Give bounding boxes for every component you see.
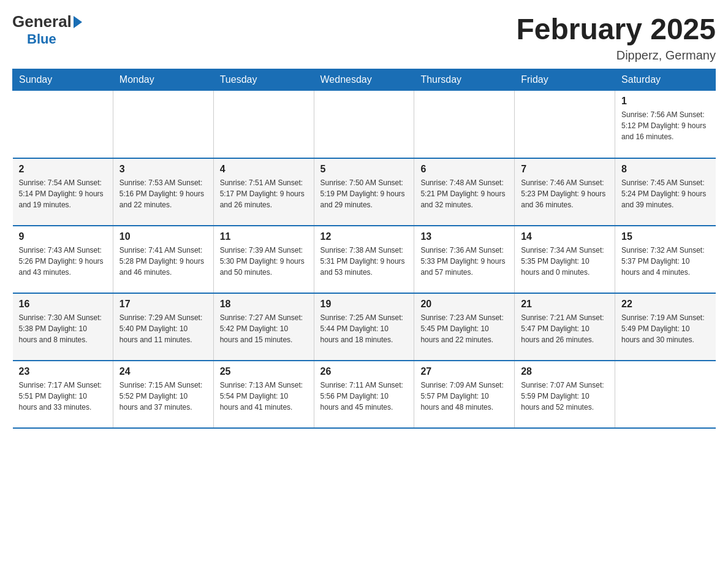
day-number: 6 (420, 164, 508, 175)
calendar-day-cell: 12Sunrise: 7:38 AM Sunset: 5:31 PM Dayli… (314, 226, 414, 293)
weekday-header-saturday: Saturday (615, 69, 716, 91)
logo: General Blue (12, 12, 82, 47)
day-number: 13 (420, 231, 508, 242)
calendar-day-cell: 28Sunrise: 7:07 AM Sunset: 5:59 PM Dayli… (515, 361, 615, 428)
day-info: Sunrise: 7:13 AM Sunset: 5:54 PM Dayligh… (220, 380, 308, 413)
day-info: Sunrise: 7:51 AM Sunset: 5:17 PM Dayligh… (220, 177, 308, 210)
weekday-header-sunday: Sunday (13, 69, 113, 91)
calendar-day-cell: 21Sunrise: 7:21 AM Sunset: 5:47 PM Dayli… (515, 293, 615, 361)
day-info: Sunrise: 7:23 AM Sunset: 5:45 PM Dayligh… (420, 312, 508, 345)
calendar-day-cell: 3Sunrise: 7:53 AM Sunset: 5:16 PM Daylig… (113, 158, 213, 226)
day-number: 5 (320, 164, 408, 175)
calendar-day-cell: 24Sunrise: 7:15 AM Sunset: 5:52 PM Dayli… (113, 361, 213, 428)
calendar-day-cell (213, 91, 314, 158)
day-number: 14 (521, 231, 609, 242)
day-info: Sunrise: 7:41 AM Sunset: 5:28 PM Dayligh… (119, 245, 207, 278)
weekday-header-friday: Friday (515, 69, 615, 91)
day-number: 18 (220, 299, 308, 310)
day-info: Sunrise: 7:15 AM Sunset: 5:52 PM Dayligh… (119, 380, 207, 413)
day-number: 9 (19, 231, 107, 242)
calendar-day-cell: 16Sunrise: 7:30 AM Sunset: 5:38 PM Dayli… (13, 293, 113, 361)
calendar-week-row: 23Sunrise: 7:17 AM Sunset: 5:51 PM Dayli… (13, 361, 716, 428)
day-number: 4 (220, 164, 308, 175)
calendar-day-cell: 6Sunrise: 7:48 AM Sunset: 5:21 PM Daylig… (414, 158, 515, 226)
day-info: Sunrise: 7:38 AM Sunset: 5:31 PM Dayligh… (320, 245, 408, 278)
day-info: Sunrise: 7:50 AM Sunset: 5:19 PM Dayligh… (320, 177, 408, 210)
calendar-week-row: 9Sunrise: 7:43 AM Sunset: 5:26 PM Daylig… (13, 226, 716, 293)
day-info: Sunrise: 7:36 AM Sunset: 5:33 PM Dayligh… (420, 245, 508, 278)
day-number: 27 (420, 366, 508, 377)
day-number: 3 (119, 164, 207, 175)
calendar-day-cell: 11Sunrise: 7:39 AM Sunset: 5:30 PM Dayli… (213, 226, 314, 293)
day-info: Sunrise: 7:27 AM Sunset: 5:42 PM Dayligh… (220, 312, 308, 345)
day-number: 15 (621, 231, 709, 242)
day-info: Sunrise: 7:21 AM Sunset: 5:47 PM Dayligh… (521, 312, 609, 345)
weekday-header-thursday: Thursday (414, 69, 515, 91)
day-info: Sunrise: 7:43 AM Sunset: 5:26 PM Dayligh… (19, 245, 107, 278)
calendar-week-row: 1Sunrise: 7:56 AM Sunset: 5:12 PM Daylig… (13, 91, 716, 158)
day-number: 10 (119, 231, 207, 242)
calendar-day-cell (515, 91, 615, 158)
day-number: 26 (320, 366, 408, 377)
day-info: Sunrise: 7:09 AM Sunset: 5:57 PM Dayligh… (420, 380, 508, 413)
weekday-header-monday: Monday (113, 69, 213, 91)
day-info: Sunrise: 7:17 AM Sunset: 5:51 PM Dayligh… (19, 380, 107, 413)
day-number: 28 (521, 366, 609, 377)
calendar-day-cell (615, 361, 716, 428)
day-info: Sunrise: 7:32 AM Sunset: 5:37 PM Dayligh… (621, 245, 709, 278)
calendar-day-cell (13, 91, 113, 158)
day-info: Sunrise: 7:39 AM Sunset: 5:30 PM Dayligh… (220, 245, 308, 278)
calendar-day-cell: 15Sunrise: 7:32 AM Sunset: 5:37 PM Dayli… (615, 226, 716, 293)
day-number: 11 (220, 231, 308, 242)
day-number: 12 (320, 231, 408, 242)
day-info: Sunrise: 7:29 AM Sunset: 5:40 PM Dayligh… (119, 312, 207, 345)
calendar-day-cell (113, 91, 213, 158)
calendar-day-cell: 27Sunrise: 7:09 AM Sunset: 5:57 PM Dayli… (414, 361, 515, 428)
weekday-header-tuesday: Tuesday (213, 69, 314, 91)
calendar-table: SundayMondayTuesdayWednesdayThursdayFrid… (12, 69, 716, 429)
weekday-header-row: SundayMondayTuesdayWednesdayThursdayFrid… (13, 69, 716, 91)
day-info: Sunrise: 7:34 AM Sunset: 5:35 PM Dayligh… (521, 245, 609, 278)
logo-blue-text: Blue (27, 31, 56, 47)
day-number: 21 (521, 299, 609, 310)
calendar-week-row: 2Sunrise: 7:54 AM Sunset: 5:14 PM Daylig… (13, 158, 716, 226)
calendar-day-cell: 25Sunrise: 7:13 AM Sunset: 5:54 PM Dayli… (213, 361, 314, 428)
logo-triangle-icon (74, 16, 82, 28)
day-number: 24 (119, 366, 207, 377)
calendar-day-cell: 7Sunrise: 7:46 AM Sunset: 5:23 PM Daylig… (515, 158, 615, 226)
day-info: Sunrise: 7:53 AM Sunset: 5:16 PM Dayligh… (119, 177, 207, 210)
calendar-day-cell: 10Sunrise: 7:41 AM Sunset: 5:28 PM Dayli… (113, 226, 213, 293)
day-number: 20 (420, 299, 508, 310)
calendar-day-cell: 23Sunrise: 7:17 AM Sunset: 5:51 PM Dayli… (13, 361, 113, 428)
day-number: 1 (621, 96, 709, 107)
calendar-day-cell: 20Sunrise: 7:23 AM Sunset: 5:45 PM Dayli… (414, 293, 515, 361)
day-info: Sunrise: 7:07 AM Sunset: 5:59 PM Dayligh… (521, 380, 609, 413)
calendar-week-row: 16Sunrise: 7:30 AM Sunset: 5:38 PM Dayli… (13, 293, 716, 361)
calendar-day-cell: 13Sunrise: 7:36 AM Sunset: 5:33 PM Dayli… (414, 226, 515, 293)
calendar-day-cell: 17Sunrise: 7:29 AM Sunset: 5:40 PM Dayli… (113, 293, 213, 361)
title-block: February 2025 Dipperz, Germany (516, 12, 716, 63)
page-header: General Blue February 2025 Dipperz, Germ… (12, 12, 716, 63)
calendar-day-cell: 5Sunrise: 7:50 AM Sunset: 5:19 PM Daylig… (314, 158, 414, 226)
calendar-day-cell: 4Sunrise: 7:51 AM Sunset: 5:17 PM Daylig… (213, 158, 314, 226)
day-number: 23 (19, 366, 107, 377)
calendar-day-cell: 1Sunrise: 7:56 AM Sunset: 5:12 PM Daylig… (615, 91, 716, 158)
calendar-day-cell (414, 91, 515, 158)
day-number: 19 (320, 299, 408, 310)
day-number: 7 (521, 164, 609, 175)
day-info: Sunrise: 7:30 AM Sunset: 5:38 PM Dayligh… (19, 312, 107, 345)
day-info: Sunrise: 7:54 AM Sunset: 5:14 PM Dayligh… (19, 177, 107, 210)
day-info: Sunrise: 7:46 AM Sunset: 5:23 PM Dayligh… (521, 177, 609, 210)
day-info: Sunrise: 7:45 AM Sunset: 5:24 PM Dayligh… (621, 177, 709, 210)
calendar-day-cell (314, 91, 414, 158)
calendar-day-cell: 2Sunrise: 7:54 AM Sunset: 5:14 PM Daylig… (13, 158, 113, 226)
day-number: 8 (621, 164, 709, 175)
day-number: 16 (19, 299, 107, 310)
calendar-day-cell: 14Sunrise: 7:34 AM Sunset: 5:35 PM Dayli… (515, 226, 615, 293)
day-info: Sunrise: 7:19 AM Sunset: 5:49 PM Dayligh… (621, 312, 709, 345)
calendar-day-cell: 9Sunrise: 7:43 AM Sunset: 5:26 PM Daylig… (13, 226, 113, 293)
day-info: Sunrise: 7:48 AM Sunset: 5:21 PM Dayligh… (420, 177, 508, 210)
calendar-day-cell: 18Sunrise: 7:27 AM Sunset: 5:42 PM Dayli… (213, 293, 314, 361)
logo-general-text: General (12, 12, 72, 31)
calendar-day-cell: 22Sunrise: 7:19 AM Sunset: 5:49 PM Dayli… (615, 293, 716, 361)
